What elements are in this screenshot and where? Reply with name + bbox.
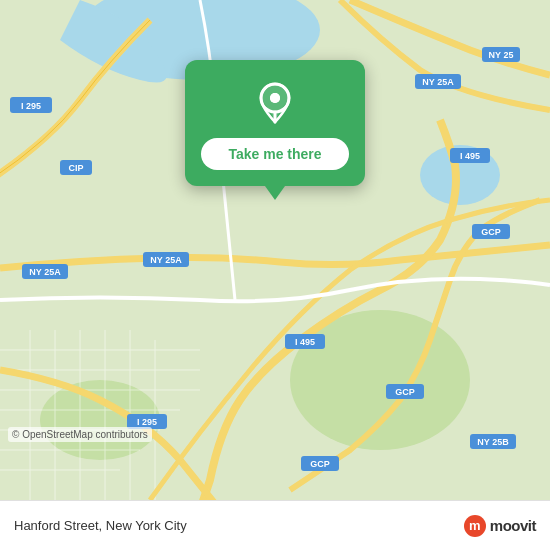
take-me-there-button[interactable]: Take me there: [201, 138, 349, 170]
svg-text:CIP: CIP: [68, 163, 83, 173]
svg-text:NY 25A: NY 25A: [29, 267, 61, 277]
address-text: Hanford Street, New York City: [14, 518, 187, 533]
moovit-m-icon: m: [464, 515, 486, 537]
pin-icon: [251, 78, 299, 126]
svg-text:NY 25A: NY 25A: [422, 77, 454, 87]
svg-point-46: [270, 93, 280, 103]
svg-text:I 495: I 495: [460, 151, 480, 161]
svg-text:GCP: GCP: [481, 227, 501, 237]
svg-text:I 495: I 495: [295, 337, 315, 347]
svg-text:GCP: GCP: [310, 459, 330, 469]
svg-text:I 295: I 295: [137, 417, 157, 427]
popup-card: Take me there: [185, 60, 365, 186]
copyright-text: © OpenStreetMap contributors: [8, 427, 152, 442]
bottom-bar: Hanford Street, New York City m moovit: [0, 500, 550, 550]
svg-text:GCP: GCP: [395, 387, 415, 397]
moovit-logo: m moovit: [464, 515, 536, 537]
svg-text:NY 25B: NY 25B: [477, 437, 509, 447]
moovit-word: moovit: [490, 517, 536, 534]
svg-text:I 295: I 295: [21, 101, 41, 111]
map-container: I 295 CIP NY 25A NY 25A NY 25 NY 25A I 4…: [0, 0, 550, 500]
svg-text:NY 25A: NY 25A: [150, 255, 182, 265]
svg-text:NY 25: NY 25: [489, 50, 514, 60]
